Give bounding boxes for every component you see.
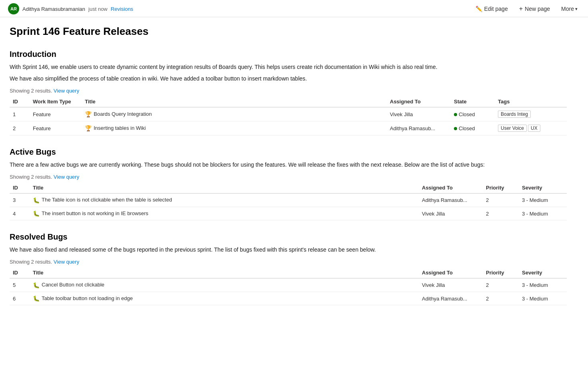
col-header-priority: Priority (483, 182, 519, 194)
section-resolved-bugs: Resolved BugsWe have also fixed and rele… (10, 232, 567, 305)
bug-icon: 🐛 (33, 295, 40, 302)
bug-icon: 🐛 (33, 210, 40, 217)
col-header-id: ID (10, 96, 30, 107)
table-resolved-bugs: IDTitleAssigned ToPrioritySeverity5🐛Canc… (10, 267, 567, 305)
cell-assigned: Vivek Jilla (419, 278, 483, 292)
cell-priority: 2 (483, 292, 519, 305)
cell-severity: 3 - Medium (519, 194, 567, 207)
author-name: Adithya Ramasubramanian (22, 6, 85, 12)
cell-priority: 2 (483, 194, 519, 207)
table-row[interactable]: 6🐛Table toolbar button not loading in ed… (10, 292, 567, 305)
paragraph-resolved-bugs-0: We have also fixed and released some of … (10, 246, 567, 254)
feature-icon: 🏆 (85, 111, 92, 117)
bug-icon: 🐛 (33, 282, 40, 288)
cell-id: 5 (10, 278, 30, 292)
cell-severity: 3 - Medium (519, 278, 567, 292)
cell-severity: 3 - Medium (519, 292, 567, 305)
cell-assigned: Adithya Ramasub... (387, 121, 451, 135)
col-header-work-item-type: Work Item Type (30, 96, 82, 107)
cell-id: 4 (10, 207, 30, 220)
paragraph-introduction-1: We have also simplified the process of t… (10, 75, 567, 83)
col-header-title: Title (82, 96, 387, 107)
state-dot (454, 113, 457, 116)
cell-assigned: Vivek Jilla (419, 207, 483, 220)
paragraph-active-bugs-0: There are a few active bugs we are curre… (10, 161, 567, 169)
col-header-id: ID (10, 182, 30, 194)
header-right: ✏️ Edit page + New page More ▾ (473, 4, 580, 14)
view-query-link-active-bugs[interactable]: View query (54, 174, 79, 180)
showing-results-introduction: Showing 2 results. View query (10, 88, 567, 94)
more-button[interactable]: More ▾ (559, 4, 580, 14)
cell-title: 🐛Cancel Button not clickable (30, 278, 419, 292)
paragraph-introduction-0: With Sprint 146, we enable users to crea… (10, 63, 567, 71)
main-content: Sprint 146 Feature Releases Introduction… (0, 17, 576, 325)
section-active-bugs: Active BugsThere are a few active bugs w… (10, 147, 567, 220)
col-header-priority: Priority (483, 267, 519, 278)
col-header-state: State (451, 96, 495, 107)
tag-badge: User Voice (498, 125, 527, 132)
cell-priority: 2 (483, 207, 519, 220)
table-active-bugs: IDTitleAssigned ToPrioritySeverity3🐛The … (10, 182, 567, 220)
table-introduction: IDWork Item TypeTitleAssigned ToStateTag… (10, 96, 567, 135)
cell-assigned: Adithya Ramasub... (419, 292, 483, 305)
section-title-resolved-bugs: Resolved Bugs (10, 232, 567, 242)
tag-badge: Boards Integ (498, 111, 531, 118)
section-title-introduction: Introduction (10, 50, 567, 59)
cell-id: 6 (10, 292, 30, 305)
new-page-button[interactable]: + New page (517, 4, 552, 14)
view-query-link-introduction[interactable]: View query (54, 88, 79, 94)
sections-container: IntroductionWith Sprint 146, we enable u… (10, 50, 567, 305)
avatar: AR (8, 3, 19, 14)
col-header-severity: Severity (519, 267, 567, 278)
cell-assigned: Adithya Ramasub... (419, 194, 483, 207)
cell-state: Closed (451, 107, 495, 121)
cell-type: Feature (30, 121, 82, 135)
tag-badge: UX (528, 125, 540, 132)
cell-severity: 3 - Medium (519, 207, 567, 220)
revisions-link[interactable]: Revisions (111, 6, 133, 12)
cell-title: 🏆Boards Query Integration (82, 107, 387, 121)
more-label: More (561, 6, 574, 12)
col-header-assigned-to: Assigned To (419, 267, 483, 278)
cell-type: Feature (30, 107, 82, 121)
table-row[interactable]: 4🐛The insert button is not working in IE… (10, 207, 567, 220)
section-title-active-bugs: Active Bugs (10, 147, 567, 157)
state-dot (454, 127, 457, 130)
cell-title: 🏆Inserting tables in Wiki (82, 121, 387, 135)
table-row[interactable]: 5🐛Cancel Button not clickableVivek Jilla… (10, 278, 567, 292)
cell-tags: Boards Integ (495, 107, 567, 121)
cell-title: 🐛Table toolbar button not loading in edg… (30, 292, 419, 305)
timestamp: just now (88, 6, 108, 12)
new-page-label: New page (525, 6, 550, 12)
table-row[interactable]: 3🐛The Table icon is not clickable when t… (10, 194, 567, 207)
cell-id: 2 (10, 121, 30, 135)
col-header-severity: Severity (519, 182, 567, 194)
showing-results-active-bugs: Showing 2 results. View query (10, 174, 567, 180)
edit-page-label: Edit page (484, 6, 508, 12)
col-header-assigned-to: Assigned To (387, 96, 451, 107)
view-query-link-resolved-bugs[interactable]: View query (54, 259, 79, 265)
chevron-down-icon: ▾ (575, 6, 578, 12)
header-bar: AR Adithya Ramasubramanian just now Revi… (0, 0, 588, 17)
plus-icon: + (519, 5, 523, 12)
col-header-title: Title (30, 182, 419, 194)
section-introduction: IntroductionWith Sprint 146, we enable u… (10, 50, 567, 135)
cell-id: 1 (10, 107, 30, 121)
header-left: AR Adithya Ramasubramanian just now Revi… (8, 3, 133, 14)
bug-icon: 🐛 (33, 197, 40, 204)
showing-results-resolved-bugs: Showing 2 results. View query (10, 259, 567, 265)
edit-page-button[interactable]: ✏️ Edit page (473, 4, 510, 14)
col-header-title: Title (30, 267, 419, 278)
cell-state: Closed (451, 121, 495, 135)
table-row[interactable]: 1Feature🏆Boards Query IntegrationVivek J… (10, 107, 567, 121)
col-header-tags: Tags (495, 96, 567, 107)
table-row[interactable]: 2Feature🏆Inserting tables in WikiAdithya… (10, 121, 567, 135)
cell-priority: 2 (483, 278, 519, 292)
feature-icon: 🏆 (85, 125, 92, 131)
pencil-icon: ✏️ (476, 6, 482, 12)
cell-title: 🐛The insert button is not working in IE … (30, 207, 419, 220)
page-title: Sprint 146 Feature Releases (10, 25, 567, 38)
cell-id: 3 (10, 194, 30, 207)
cell-title: 🐛The Table icon is not clickable when th… (30, 194, 419, 207)
col-header-id: ID (10, 267, 30, 278)
